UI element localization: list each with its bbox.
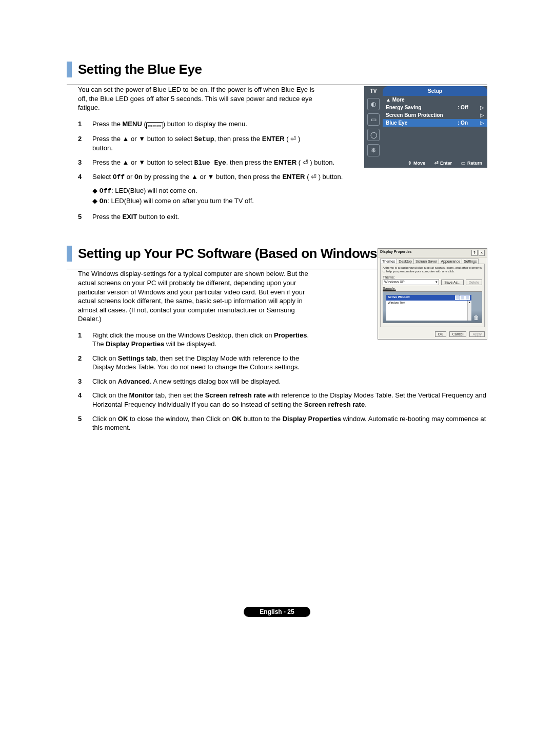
osd-row-more[interactable]: ▲ More (383, 96, 487, 104)
osd-sidebar: ◐ ▭ ◯ ❋ (364, 96, 383, 158)
xp-footer: OK Cancel Apply (378, 329, 487, 339)
osd-title: Setup (383, 86, 487, 96)
chevron-down-icon: ▾ (436, 280, 438, 284)
delete-button[interactable]: Delete (466, 280, 482, 285)
xp-display-properties-dialog: Display Properties ? × Themes Desktop Sc… (378, 248, 487, 340)
osd-tv-label: TV (364, 86, 383, 96)
osd-footer: Move Enter Return (364, 158, 487, 168)
recycle-bin-icon: 🗑 (473, 314, 480, 322)
window-text: Window Text (386, 301, 471, 321)
min-icon (455, 295, 460, 300)
step-text: Press the EXIT button to exit. (92, 212, 487, 222)
cancel-button[interactable]: Cancel (449, 331, 467, 337)
step-text: Select Off or On by pressing the ▲ or ▼ … (92, 172, 487, 207)
step-num: 1 (78, 331, 92, 349)
setup-tab-icon[interactable]: ❋ (367, 144, 380, 156)
step-num: 3 (78, 377, 92, 386)
theme-label: Theme: (383, 275, 482, 279)
step-num: 4 (78, 391, 92, 409)
tab-settings[interactable]: Settings (462, 258, 479, 264)
step-text: Click on OK to close the window, then Cl… (92, 414, 487, 432)
osd-enter: Enter (434, 161, 452, 166)
help-icon[interactable]: ? (471, 250, 478, 256)
sample-preview: Active Window Window Text 🗑 (383, 291, 482, 323)
xp-title-text: Display Properties (380, 250, 411, 256)
osd-rows: ▲ More Energy Saving : Off ▷ Screen Burn… (383, 96, 487, 158)
step-num: 2 (78, 134, 92, 153)
tab-screensaver[interactable]: Screen Saver (413, 258, 439, 264)
sound-tab-icon[interactable]: ▭ (367, 113, 380, 126)
sub-list: Off: LED(Blue) will not come on. On: LED… (92, 186, 487, 206)
intro-pc: The Windows display-settings for a typic… (78, 269, 319, 323)
osd-return: Return (461, 161, 482, 166)
max-icon (460, 295, 465, 300)
step-num: 3 (78, 158, 92, 168)
close-icon (465, 295, 470, 300)
menu-icon: ▭▭▭ (146, 122, 163, 129)
xp-panel: A theme is a background plus a set of so… (380, 264, 485, 327)
sample-label: Sample: (383, 287, 482, 290)
save-as-button[interactable]: Save As... (441, 280, 464, 285)
step-num: 2 (78, 354, 92, 372)
step-text: Right click the mouse on the Windows Des… (92, 331, 318, 349)
step-text: Press the ▲ or ▼ button to select Setup,… (92, 134, 318, 153)
xp-tabs: Themes Desktop Screen Saver Appearance S… (378, 257, 487, 264)
osd-move: Move (408, 161, 425, 166)
tab-desktop[interactable]: Desktop (397, 258, 414, 264)
osd-row-energy[interactable]: Energy Saving : Off ▷ (383, 104, 487, 111)
tv-osd: TV Setup ◐ ▭ ◯ ❋ ▲ More Energy Saving : … (364, 86, 487, 168)
osd-row-burn[interactable]: Screen Burn Protection ▷ (383, 111, 487, 119)
close-icon[interactable]: × (479, 250, 485, 256)
step-text: Click on Settings tab, then set the Disp… (92, 354, 318, 372)
step-num: 1 (78, 120, 92, 129)
tab-appearance[interactable]: Appearance (439, 258, 462, 264)
section-title-blue-eye: Setting the Blue Eye (67, 62, 487, 77)
xp-desc: A theme is a background plus a set of so… (383, 266, 482, 273)
step-num: 4 (78, 172, 92, 207)
xp-titlebar: Display Properties ? × (378, 249, 487, 257)
manual-page: Setting the Blue Eye You can set the pow… (67, 0, 487, 648)
page-number: English - 25 (244, 607, 310, 617)
picture-tab-icon[interactable]: ◐ (367, 98, 380, 110)
step-text: Click on Advanced. A new settings dialog… (92, 377, 487, 386)
steps-pc: 1 Right click the mouse on the Windows D… (78, 331, 487, 432)
step-num: 5 (78, 212, 92, 222)
osd-row-blue-eye[interactable]: Blue Eye : On ▷ (383, 119, 487, 127)
channel-tab-icon[interactable]: ◯ (367, 129, 380, 141)
step-num: 5 (78, 414, 92, 432)
tab-themes[interactable]: Themes (380, 258, 397, 264)
ok-button[interactable]: OK (435, 331, 446, 337)
intro-blue-eye: You can set the power of Blue LED to be … (78, 85, 319, 112)
step-text: Click on the Monitor tab, then set the S… (92, 391, 487, 409)
theme-dropdown[interactable]: Windows XP▾ (383, 279, 439, 285)
apply-button[interactable]: Apply (469, 331, 485, 337)
scrollbar-icon (467, 301, 471, 321)
